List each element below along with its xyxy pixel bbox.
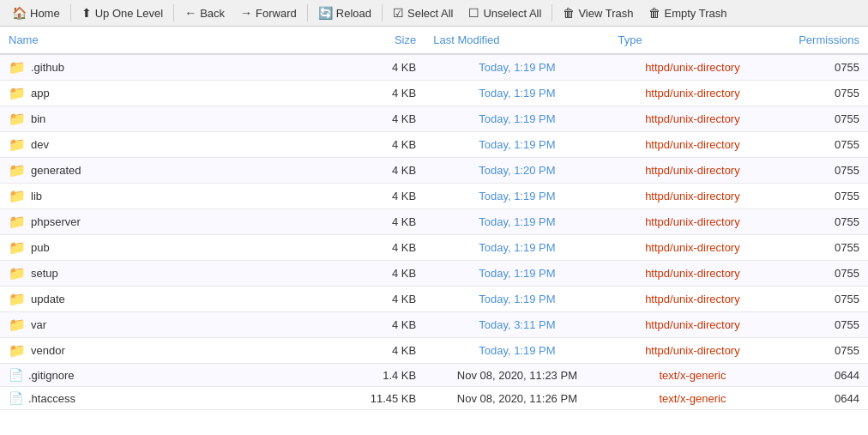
file-modified-cell: Today, 1:19 PM (425, 81, 609, 106)
file-icon: 📄 (9, 368, 23, 382)
file-type-cell: text/x-generic (610, 364, 776, 387)
file-browser-container: Name Size Last Modified Type Permissions… (0, 27, 868, 410)
table-row[interactable]: 📁app4 KBToday, 1:19 PMhttpd/unix-directo… (0, 81, 868, 106)
table-row[interactable]: 📁.github4 KBToday, 1:19 PMhttpd/unix-dir… (0, 54, 868, 81)
file-name-link[interactable]: pub (31, 241, 50, 254)
file-permissions-cell: 0755 (775, 235, 868, 261)
folder-icon: 📁 (9, 111, 26, 127)
file-permissions-cell: 0755 (775, 81, 868, 106)
checkbox-unchecked-icon: ☐ (468, 6, 479, 20)
empty-trash-button[interactable]: 🗑 Empty Trash (642, 3, 733, 22)
col-header-type[interactable]: Type (610, 27, 776, 54)
reload-icon: 🔄 (318, 6, 333, 20)
modified-text: Nov 08, 2020, 11:26 PM (457, 392, 577, 405)
reload-button[interactable]: 🔄 Reload (311, 3, 378, 22)
file-name-link[interactable]: setup (31, 267, 58, 280)
file-table: Name Size Last Modified Type Permissions… (0, 27, 868, 410)
table-row[interactable]: 📁vendor4 KBToday, 1:19 PMhttpd/unix-dire… (0, 338, 868, 364)
folder-icon: 📁 (9, 162, 26, 178)
table-row[interactable]: 📁bin4 KBToday, 1:19 PMhttpd/unix-directo… (0, 106, 868, 132)
file-name-link[interactable]: bin (31, 112, 45, 125)
file-name-link[interactable]: .gitignore (28, 369, 74, 382)
file-name-cell: 📁var (0, 312, 351, 338)
empty-trash-icon: 🗑 (648, 6, 660, 20)
table-row[interactable]: 📁pub4 KBToday, 1:19 PMhttpd/unix-directo… (0, 235, 868, 261)
back-button[interactable]: ← Back (178, 3, 232, 22)
file-name-cell: 📁phpserver (0, 209, 351, 235)
sep2 (173, 4, 174, 21)
file-name-cell: 📄.gitignore (0, 364, 351, 387)
table-row[interactable]: 📁lib4 KBToday, 1:19 PMhttpd/unix-directo… (0, 184, 868, 209)
select-all-button[interactable]: ☑ Select All (386, 3, 460, 22)
file-name-cell: 📁app (0, 81, 351, 106)
file-permissions-cell: 0755 (775, 312, 868, 338)
file-icon-wrapper: 📁phpserver (9, 214, 81, 230)
sep5 (552, 4, 552, 21)
table-row[interactable]: 📁dev4 KBToday, 1:19 PMhttpd/unix-directo… (0, 132, 868, 158)
folder-icon: 📁 (9, 342, 26, 359)
col-header-modified[interactable]: Last Modified (425, 27, 609, 54)
file-type-cell: httpd/unix-directory (610, 312, 776, 338)
sep4 (382, 4, 383, 21)
file-name-cell: 📄.htaccess (0, 387, 351, 410)
file-name-link[interactable]: phpserver (31, 215, 81, 228)
home-button[interactable]: 🏠 Home (5, 3, 67, 22)
up-one-level-button[interactable]: ⬆ Up One Level (75, 3, 171, 22)
file-permissions-cell: 0755 (775, 54, 868, 81)
file-modified-cell: Today, 1:19 PM (425, 54, 609, 81)
file-modified-cell: Today, 1:19 PM (425, 235, 609, 261)
col-header-size[interactable]: Size (351, 27, 425, 54)
file-size-cell: 4 KB (351, 132, 425, 158)
file-icon-wrapper: 📄.htaccess (9, 391, 75, 405)
file-name-cell: 📁pub (0, 235, 351, 261)
sep3 (307, 4, 308, 21)
file-name-link[interactable]: update (31, 293, 65, 305)
file-name-link[interactable]: dev (31, 138, 49, 151)
file-permissions-cell: 0755 (775, 338, 868, 364)
file-type-cell: httpd/unix-directory (610, 184, 776, 209)
modified-text: Today, 1:20 PM (479, 164, 555, 177)
file-name-link[interactable]: .github (31, 61, 64, 74)
file-name-link[interactable]: .htaccess (28, 392, 75, 405)
file-name-cell: 📁generated (0, 158, 351, 184)
table-row[interactable]: 📁generated4 KBToday, 1:20 PMhttpd/unix-d… (0, 158, 868, 184)
file-size-cell: 4 KB (351, 158, 425, 184)
file-modified-cell: Today, 1:19 PM (425, 184, 609, 209)
file-name-link[interactable]: var (31, 318, 46, 331)
unselect-all-button[interactable]: ☐ Unselect All (461, 3, 548, 22)
table-row[interactable]: 📁phpserver4 KBToday, 1:19 PMhttpd/unix-d… (0, 209, 868, 235)
file-modified-cell: Nov 08, 2020, 11:26 PM (425, 387, 609, 410)
file-name-link[interactable]: vendor (31, 344, 65, 357)
file-name-link[interactable]: lib (31, 190, 42, 202)
col-header-name[interactable]: Name (0, 27, 351, 54)
table-row[interactable]: 📁update4 KBToday, 1:19 PMhttpd/unix-dire… (0, 287, 868, 312)
forward-icon: → (240, 6, 252, 20)
file-type-cell: httpd/unix-directory (610, 158, 776, 184)
file-modified-cell: Nov 08, 2020, 11:23 PM (425, 364, 609, 387)
trash-icon: 🗑 (563, 6, 575, 20)
view-trash-button[interactable]: 🗑 View Trash (556, 3, 640, 22)
file-name-link[interactable]: app (31, 87, 50, 100)
file-icon-wrapper: 📁.github (9, 59, 64, 76)
table-row[interactable]: 📄.gitignore1.4 KBNov 08, 2020, 11:23 PMt… (0, 364, 868, 387)
table-row[interactable]: 📄.htaccess11.45 KBNov 08, 2020, 11:26 PM… (0, 387, 868, 410)
modified-text: Today, 1:19 PM (479, 215, 555, 228)
file-permissions-cell: 0644 (775, 387, 868, 410)
file-table-body: 📁.github4 KBToday, 1:19 PMhttpd/unix-dir… (0, 54, 868, 410)
file-type-cell: httpd/unix-directory (610, 287, 776, 312)
file-name-cell: 📁dev (0, 132, 351, 158)
checkbox-checked-icon: ☑ (393, 6, 404, 20)
col-header-permissions[interactable]: Permissions (775, 27, 868, 54)
modified-text: Today, 1:19 PM (479, 61, 555, 74)
folder-icon: 📁 (9, 239, 26, 256)
modified-text: Today, 1:19 PM (479, 112, 555, 125)
back-icon: ← (184, 6, 196, 20)
file-size-cell: 4 KB (351, 261, 425, 287)
modified-text: Today, 1:19 PM (479, 190, 555, 202)
table-row[interactable]: 📁setup4 KBToday, 1:19 PMhttpd/unix-direc… (0, 261, 868, 287)
folder-icon: 📁 (9, 265, 26, 281)
forward-button[interactable]: → Forward (233, 3, 304, 22)
file-name-link[interactable]: generated (31, 164, 81, 177)
table-row[interactable]: 📁var4 KBToday, 3:11 PMhttpd/unix-directo… (0, 312, 868, 338)
toolbar: 🏠 Home ⬆ Up One Level ← Back → Forward 🔄… (0, 0, 868, 27)
